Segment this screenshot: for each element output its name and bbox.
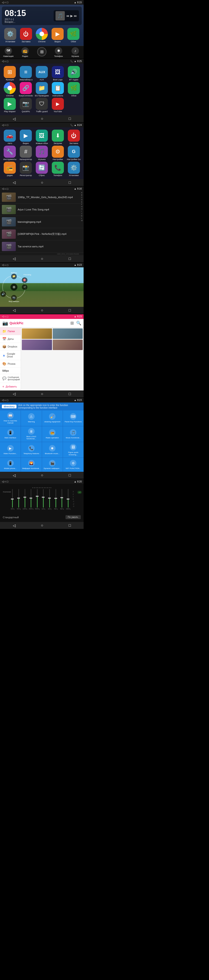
recents-icon-6[interactable]: □ bbox=[7, 315, 8, 318]
app-wallpaper-2[interactable]: 🌿 Обои bbox=[66, 82, 81, 97]
qp-photo-1[interactable] bbox=[22, 328, 52, 339]
back-btn-6[interactable]: ◁ bbox=[13, 391, 16, 396]
eq-band-7[interactable] bbox=[49, 489, 50, 508]
prev-btn[interactable]: ⏮ bbox=[66, 14, 70, 18]
manual-item-panel[interactable]: ⌨ Panel Key Functions bbox=[63, 410, 84, 426]
app-settings-go[interactable]: G Настройки Go bbox=[66, 146, 81, 161]
qp-500px-item[interactable]: 500px bbox=[0, 368, 21, 374]
dock-home[interactable]: ⊞ bbox=[33, 46, 50, 59]
app-livewall[interactable]: 🖼 Живые обои bbox=[34, 130, 49, 145]
app-recorder[interactable]: 📸 Регистратор bbox=[18, 162, 33, 177]
qp-photomsg-item[interactable]: 💬 Сообщения фотографий bbox=[0, 374, 21, 383]
app-chrome-2[interactable]: Chrome bbox=[2, 82, 17, 97]
recents-btn-6[interactable]: □ bbox=[69, 392, 71, 396]
home-btn-7[interactable]: ○ bbox=[41, 473, 43, 477]
home-icon-6[interactable]: ○ bbox=[5, 315, 6, 318]
app-settings[interactable]: ⚙ Настройки bbox=[50, 146, 65, 161]
next-btn[interactable]: ⏭ bbox=[74, 14, 77, 18]
home-icon-4[interactable]: ○ bbox=[5, 188, 6, 190]
eq-band-9[interactable] bbox=[62, 489, 62, 508]
app-esprovodnik[interactable]: 📁 ES Проводник bbox=[34, 82, 49, 97]
app-eq[interactable]: ≡ Эквалайзер а bbox=[18, 66, 33, 81]
recents-icon-5[interactable]: □ bbox=[7, 264, 8, 266]
app-funkcii[interactable]: ⊞ Функции bbox=[2, 66, 17, 81]
home-btn-5[interactable]: ○ bbox=[41, 308, 43, 312]
app-item-video[interactable]: ▶ Видео bbox=[50, 28, 65, 43]
home-icon-8[interactable]: ○ bbox=[5, 480, 6, 483]
recents-icon-2[interactable]: □ bbox=[7, 60, 8, 63]
video-item-4[interactable]: 🎬 [1080P.MP4]A Pink - NoNoNo(官方版).mp4 bbox=[0, 228, 84, 240]
back-btn-8[interactable]: ◁ bbox=[13, 523, 16, 528]
back-btn-4[interactable]: ◁ bbox=[13, 256, 16, 261]
cam-btn-settings[interactable]: ⚙ bbox=[11, 284, 17, 291]
app-item-ustanovki[interactable]: ⚙️ Установки bbox=[3, 28, 17, 43]
video-item-5[interactable]: 🎬 Так хочется жить.mp4 bbox=[0, 240, 84, 253]
recents-btn-3[interactable]: □ bbox=[69, 180, 71, 185]
recents-icon-8[interactable]: □ bbox=[7, 480, 8, 483]
recents-icon-4[interactable]: □ bbox=[7, 188, 8, 190]
back-icon-3[interactable]: ◁ bbox=[2, 124, 4, 127]
manual-item-figure[interactable]: 🖼 Figure quick browsing... bbox=[63, 442, 84, 458]
app-playmarket[interactable]: ▶ Play Маркет bbox=[2, 98, 17, 113]
manual-item-mobile[interactable]: 📱 Mobile phone... bbox=[0, 458, 21, 472]
manual-item-music[interactable]: 🎵 Music functional... bbox=[63, 426, 84, 442]
qp-dropbox-item[interactable]: 📦 Dropbox bbox=[0, 343, 21, 350]
recents-icon[interactable]: □ bbox=[7, 1, 8, 4]
recents-btn-2[interactable]: □ bbox=[69, 117, 71, 121]
directory-badge[interactable]: directory bbox=[2, 405, 16, 408]
video-item-1[interactable]: 🎬 1080p_TP_Wonder_Girls_Nobody_kbs2HD.mp… bbox=[0, 191, 84, 204]
manual-item-bt[interactable]: ✱ Bluetooth music... bbox=[42, 442, 63, 458]
eq-toggle[interactable]: off bbox=[78, 490, 82, 513]
home-btn-3[interactable]: ○ bbox=[41, 180, 43, 185]
app-calc[interactable]: # Калькулятор bbox=[18, 146, 33, 161]
quickpic-grid-icon[interactable]: ⊞ bbox=[70, 321, 74, 326]
manual-item-radio[interactable]: 📻 Radio operation bbox=[42, 426, 63, 442]
back-btn-2[interactable]: ◁ bbox=[13, 117, 16, 121]
play-btn[interactable]: ▶ bbox=[70, 14, 73, 18]
manual-item-dynamic[interactable]: 🎬 Dynamic wallpaper... bbox=[42, 458, 63, 472]
eq-band-10[interactable] bbox=[68, 489, 68, 508]
app-btaudio[interactable]: 🔊 BT Аудио bbox=[66, 66, 81, 81]
qp-folder-item[interactable]: 📁 Папки bbox=[0, 328, 21, 335]
home-btn-4[interactable]: ○ bbox=[41, 257, 43, 261]
app-settings-2[interactable]: ⚙️ Установки bbox=[66, 162, 81, 177]
recents-btn-4[interactable]: □ bbox=[69, 257, 71, 261]
back-icon-2[interactable]: ◁ bbox=[2, 60, 4, 63]
qp-picasa-item[interactable]: 🎨 Picasa bbox=[0, 360, 21, 368]
home-icon[interactable]: ○ bbox=[5, 1, 6, 4]
dock-phone[interactable]: ✱ Телефон bbox=[50, 46, 67, 59]
home-btn-2[interactable]: ○ bbox=[41, 117, 43, 121]
manual-item-wallpaper[interactable]: 🌄 Wallpaper functional... bbox=[21, 458, 41, 472]
eq-band-5[interactable] bbox=[37, 489, 38, 508]
cam-btn-volume[interactable]: 🔊 bbox=[0, 291, 6, 297]
qp-photo-3[interactable] bbox=[22, 340, 52, 350]
alphabet-sidebar[interactable]: ABCDEFGHIJKLM bbox=[81, 191, 83, 222]
eq-default-btn[interactable]: По умолч. bbox=[65, 515, 81, 519]
back-icon-6[interactable]: ◁ bbox=[2, 315, 4, 318]
eq-band-4[interactable] bbox=[31, 489, 31, 508]
manual-item-telephony[interactable]: 📞 Telephony features bbox=[21, 442, 41, 458]
back-icon-8[interactable]: ◁ bbox=[2, 480, 4, 483]
app-bootlogo[interactable]: 🖼 Boot Logo bbox=[50, 66, 65, 81]
home-icon-2[interactable]: ○ bbox=[5, 60, 6, 63]
app-downloads[interactable]: ⬇ Загрузки bbox=[50, 130, 65, 145]
back-icon-5[interactable]: ◁ bbox=[2, 263, 4, 266]
home-btn-8[interactable]: ○ bbox=[41, 523, 43, 528]
app-youtube[interactable]: ▶ YouTube bbox=[50, 98, 65, 113]
eq-band-1[interactable] bbox=[12, 489, 13, 508]
cam-btn-files[interactable]: 📁 bbox=[11, 274, 17, 279]
app-easyconnect[interactable]: 🔗 EasyConnectio bbox=[18, 82, 33, 97]
recents-btn-5[interactable]: □ bbox=[69, 308, 71, 312]
app-trafficguard[interactable]: 🛡 Traffic guard bbox=[34, 98, 49, 113]
app-item-chrome[interactable]: Chrome bbox=[34, 28, 49, 43]
app-instructions[interactable]: 📋 Instructions bbox=[50, 82, 65, 97]
eq-band-8[interactable] bbox=[55, 489, 56, 508]
app-phone[interactable]: 📞 Телефон bbox=[50, 162, 65, 177]
eq-band-2[interactable] bbox=[18, 489, 19, 508]
eq-band-3[interactable] bbox=[25, 489, 25, 508]
app-video-2[interactable]: ▶ Видео bbox=[18, 130, 33, 145]
manual-item-warning[interactable]: ⚠ Warning bbox=[21, 410, 41, 426]
dock-navigation[interactable]: 🗺 Навигация bbox=[0, 46, 17, 59]
qp-dates-item[interactable]: 📅 Даты bbox=[0, 335, 21, 343]
quickpic-search-icon[interactable]: 🔍 bbox=[76, 321, 81, 326]
